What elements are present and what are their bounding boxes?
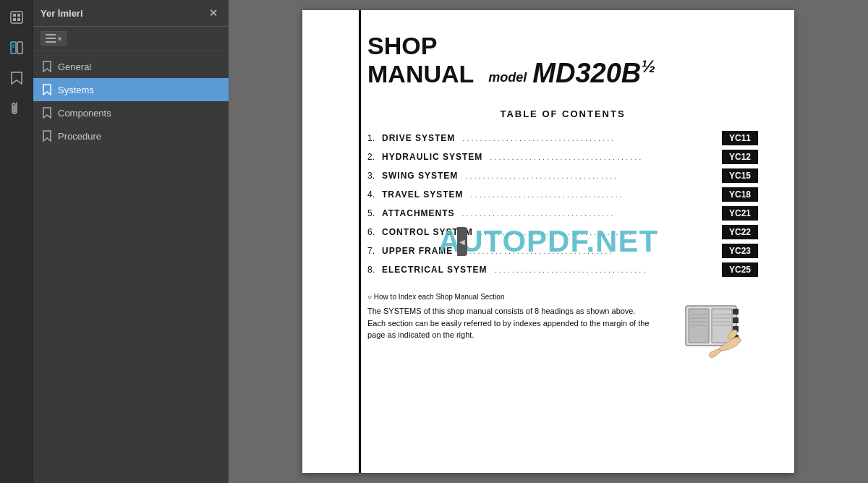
bookmarks-panel-icon[interactable] — [5, 36, 28, 59]
toc-label: HYDRAULIC SYSTEM — [382, 152, 482, 162]
sidebar-item-general[interactable]: General — [33, 55, 229, 78]
toc-dots: ................................... — [462, 209, 719, 218]
toc-row: 1. DRIVE SYSTEM ........................… — [367, 131, 758, 145]
sidebar-item-procedure[interactable]: Procedure — [33, 124, 229, 148]
shop-manual-title: SHOP MANUAL — [367, 32, 474, 88]
svg-rect-1 — [13, 14, 16, 17]
toc-row-left: 2. HYDRAULIC SYSTEM ....................… — [367, 152, 722, 162]
svg-rect-0 — [11, 12, 22, 23]
toc-dots: ................................... — [490, 153, 719, 161]
svg-rect-9 — [46, 34, 56, 35]
left-toolbar — [0, 0, 33, 483]
svg-rect-13 — [689, 309, 709, 343]
toc-row-left: 8. ELECTRICAL SYSTEM ...................… — [367, 265, 722, 275]
toc-badge: YC18 — [722, 187, 758, 202]
footer-body-text: The SYSTEMS of this shop manual consists… — [367, 305, 650, 341]
toc-row: 8. ELECTRICAL SYSTEM ...................… — [367, 262, 758, 277]
svg-rect-2 — [17, 14, 20, 17]
model-prefix-label: model — [488, 70, 527, 85]
footer-circle-item: ○ How to Index each Shop Manual Section — [367, 291, 650, 302]
bookmark-icon[interactable] — [5, 67, 28, 90]
bookmark-procedure-icon — [42, 130, 52, 142]
toc-row: 4. TRAVEL SYSTEM .......................… — [367, 187, 758, 202]
sidebar-items-list: General Systems Components — [33, 51, 229, 148]
toc-number: 1. — [367, 133, 378, 143]
toc-number: 6. — [367, 227, 378, 237]
sidebar-expand-button[interactable]: ▾ — [41, 31, 67, 46]
sidebar-item-procedure-label: Procedure — [58, 131, 101, 142]
sidebar: Yer İmleri ✕ ▾ General — [33, 0, 229, 483]
toc-label: ELECTRICAL SYSTEM — [382, 265, 487, 275]
toc-label: DRIVE SYSTEM — [382, 133, 455, 143]
sidebar-item-components-label: Components — [58, 108, 111, 119]
bookmark-components-icon — [42, 107, 52, 119]
toc-label: TRAVEL SYSTEM — [382, 189, 464, 200]
model-section: model MD320B½ — [488, 56, 655, 89]
svg-rect-10 — [46, 38, 56, 39]
toc-number: 7. — [367, 246, 378, 256]
toc-dots: ................................... — [462, 134, 719, 142]
toc-badge: YC21 — [722, 206, 758, 221]
toc-dots: ................................... — [465, 171, 719, 180]
toc-dots: ................................... — [471, 190, 719, 199]
document-page: AUTOPDF.NET SHOP MANUAL model MD320B½ TA… — [302, 10, 794, 473]
toc-badge: YC23 — [722, 244, 758, 258]
toc-row: 3. SWING SYSTEM ........................… — [367, 168, 758, 183]
page-content: SHOP MANUAL model MD320B½ TABLE OF CONTE… — [302, 10, 794, 378]
svg-rect-3 — [13, 18, 16, 21]
hand-illustration — [664, 291, 758, 364]
toc-row: 2. HYDRAULIC SYSTEM ....................… — [367, 150, 758, 164]
toc-badge: YC22 — [722, 225, 758, 239]
bookmark-general-icon — [42, 61, 52, 72]
bookmark-systems-icon — [42, 84, 52, 95]
svg-rect-4 — [17, 18, 20, 21]
toc-number: 4. — [367, 189, 378, 200]
toc-label: SWING SYSTEM — [382, 171, 458, 181]
sidebar-title: Yer İmleri — [41, 8, 83, 19]
home-icon[interactable] — [5, 6, 28, 29]
toc-row-left: 5. ATTACHMENTS .........................… — [367, 208, 722, 218]
sidebar-item-systems-label: Systems — [58, 85, 94, 95]
svg-rect-6 — [17, 42, 22, 54]
svg-rect-5 — [11, 42, 16, 54]
sidebar-collapse-handle[interactable]: ◀ — [457, 227, 467, 256]
toc-number: 3. — [367, 171, 378, 181]
toc-dots: ................................... — [494, 265, 719, 274]
toc-badge: YC11 — [722, 131, 758, 145]
sidebar-controls: ✕ — [205, 6, 221, 20]
attachments-icon[interactable] — [5, 97, 28, 120]
sidebar-item-systems[interactable]: Systems — [33, 78, 229, 101]
model-number-label: MD320B½ — [532, 56, 655, 89]
toc-row: 5. ATTACHMENTS .........................… — [367, 206, 758, 221]
toc-label: ATTACHMENTS — [382, 208, 455, 218]
sidebar-close-button[interactable]: ✕ — [205, 6, 221, 20]
main-content: ◀ AUTOPDF.NET SHOP MANUAL model MD320B½ — [229, 0, 868, 483]
toc-badge: YC25 — [722, 262, 758, 277]
toc-number: 5. — [367, 208, 378, 218]
toc-row-left: 3. SWING SYSTEM ........................… — [367, 171, 722, 181]
svg-rect-11 — [46, 41, 56, 43]
sidebar-toolbar: ▾ — [33, 27, 229, 51]
toc-badge: YC12 — [722, 150, 758, 164]
watermark: AUTOPDF.NET — [438, 224, 658, 259]
footer-text: ○ How to Index each Shop Manual Section … — [367, 291, 650, 344]
toc-number: 2. — [367, 152, 378, 162]
toc-row-left: 1. DRIVE SYSTEM ........................… — [367, 133, 722, 143]
sidebar-item-components[interactable]: Components — [33, 101, 229, 124]
toc-title: TABLE OF CONTENTS — [367, 108, 758, 119]
document-header: SHOP MANUAL model MD320B½ — [360, 32, 758, 88]
svg-rect-23 — [733, 309, 739, 315]
toc-row-left: 4. TRAVEL SYSTEM .......................… — [367, 189, 722, 200]
toc-number: 8. — [367, 265, 378, 275]
sidebar-item-general-label: General — [58, 61, 91, 72]
toc-badge: YC15 — [722, 168, 758, 183]
footer-section: ○ How to Index each Shop Manual Section … — [360, 291, 758, 364]
sidebar-header: Yer İmleri ✕ — [33, 0, 229, 27]
svg-rect-24 — [733, 317, 739, 323]
